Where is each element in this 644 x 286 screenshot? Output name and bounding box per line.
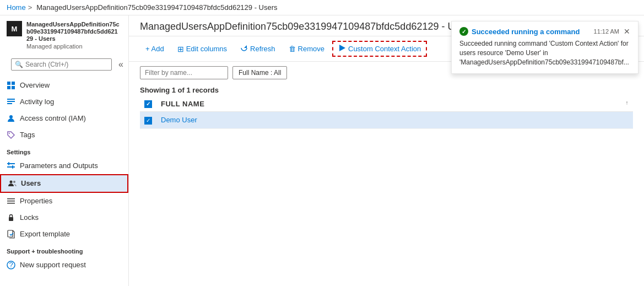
- filter-input[interactable]: [140, 66, 228, 79]
- toast-title: ✓ Succeeded running a command: [459, 27, 580, 36]
- search-input[interactable]: [25, 61, 108, 68]
- parameters-icon: [7, 161, 15, 170]
- svg-point-13: [10, 180, 13, 183]
- resource-title: ManagedUsersAppDefinition75cb09e33199471…: [26, 21, 120, 43]
- access-control-icon: [7, 114, 15, 123]
- resource-logo-block: M ManagedUsersAppDefinition75cb09e331994…: [0, 15, 128, 52]
- svg-rect-5: [7, 101, 15, 102]
- new-support-label: New support request: [20, 261, 86, 269]
- new-support-icon: ?: [7, 261, 15, 269]
- svg-rect-15: [7, 198, 15, 199]
- table-area: ✓ FULL NAME ↑ ✓: [129, 96, 644, 286]
- svg-rect-0: [7, 82, 10, 85]
- breadcrumb-separator: >: [28, 3, 33, 12]
- toast-time: 11:12 AM: [594, 28, 619, 35]
- toast-close-button[interactable]: ✕: [624, 27, 630, 36]
- svg-text:?: ?: [9, 261, 13, 269]
- svg-rect-11: [7, 166, 15, 168]
- edit-columns-icon: ⊞: [177, 45, 184, 53]
- edit-columns-button[interactable]: ⊞ Edit columns: [172, 42, 232, 56]
- svg-point-7: [9, 115, 13, 118]
- sidebar-item-new-support[interactable]: ? New support request: [0, 257, 128, 273]
- remove-icon: 🗑: [289, 45, 296, 53]
- main-content: ManagedUsersAppDefinition75cb09e33199471…: [129, 15, 644, 286]
- locks-label: Locks: [20, 213, 39, 222]
- custom-context-action-button[interactable]: Custom Context Action: [332, 41, 427, 57]
- svg-rect-16: [7, 201, 15, 202]
- svg-rect-2: [7, 86, 10, 89]
- search-icon: 🔍: [15, 61, 23, 68]
- table-row[interactable]: ✓ Demo User: [140, 112, 633, 129]
- svg-rect-1: [12, 82, 15, 85]
- sidebar-item-locks[interactable]: Locks: [0, 209, 128, 226]
- activity-log-icon: [7, 98, 15, 106]
- sidebar-item-properties[interactable]: Properties: [0, 193, 128, 209]
- success-icon: ✓: [459, 27, 468, 36]
- users-table: ✓ FULL NAME ↑ ✓: [140, 96, 633, 129]
- svg-rect-17: [7, 203, 15, 204]
- resource-logo-icon: M: [7, 21, 22, 36]
- breadcrumb: Home > ManagedUsersAppDefinition75cb09e3…: [0, 0, 644, 15]
- settings-section-label: Settings: [0, 143, 128, 158]
- add-button[interactable]: + Add: [140, 42, 170, 56]
- properties-icon: [7, 197, 15, 206]
- svg-rect-4: [7, 99, 15, 100]
- full-name-filter[interactable]: Full Name : All: [232, 66, 287, 79]
- sidebar-item-activity-log[interactable]: Activity log: [0, 94, 128, 110]
- breadcrumb-current: ManagedUsersAppDefinition75cb09e33199471…: [36, 3, 277, 12]
- remove-button[interactable]: 🗑 Remove: [283, 42, 330, 56]
- table-header-full-name: FULL NAME ↑: [156, 96, 633, 112]
- users-icon: [8, 179, 17, 188]
- breadcrumb-home[interactable]: Home: [7, 3, 26, 12]
- tags-label: Tags: [20, 131, 35, 139]
- svg-rect-19: [8, 230, 13, 237]
- svg-rect-18: [9, 217, 13, 221]
- sort-icon[interactable]: ↑: [626, 100, 629, 106]
- sidebar: M ManagedUsersAppDefinition75cb09e331994…: [0, 15, 129, 286]
- svg-rect-6: [7, 103, 12, 104]
- sidebar-search[interactable]: 🔍: [11, 58, 112, 71]
- parameters-label: Parameters and Outputs: [20, 161, 98, 170]
- table-header-checkbox[interactable]: ✓: [140, 96, 156, 112]
- support-section-label: Support + troubleshooting: [0, 242, 128, 257]
- overview-icon: [7, 81, 15, 90]
- resource-subtitle: Managed application: [26, 43, 120, 50]
- toast-notification: ✓ Succeeded running a command 11:12 AM ✕…: [451, 21, 638, 74]
- svg-rect-12: [12, 165, 13, 169]
- collapse-sidebar-button[interactable]: «: [118, 60, 123, 69]
- sidebar-item-tags[interactable]: Tags: [0, 127, 128, 143]
- svg-rect-3: [12, 86, 15, 89]
- svg-rect-10: [8, 162, 9, 165]
- export-template-label: Export template: [20, 230, 70, 238]
- row-checkbox-cell[interactable]: ✓: [140, 112, 156, 129]
- demo-user-link[interactable]: Demo User: [161, 116, 197, 124]
- resource-title-block: ManagedUsersAppDefinition75cb09e33199471…: [26, 21, 120, 50]
- header-checkbox[interactable]: ✓: [144, 100, 152, 108]
- sidebar-item-users[interactable]: Users: [0, 174, 128, 193]
- records-count: Showing 1 of 1 records: [129, 84, 644, 96]
- export-template-icon: [7, 230, 15, 239]
- row-checkbox[interactable]: ✓: [144, 117, 152, 125]
- tags-icon: [7, 131, 15, 139]
- users-label: Users: [21, 179, 41, 187]
- access-control-label: Access control (IAM): [20, 114, 86, 122]
- custom-context-action-icon: [338, 44, 346, 53]
- locks-icon: [7, 213, 15, 222]
- row-full-name-cell: Demo User: [156, 112, 633, 129]
- refresh-button[interactable]: Refresh: [235, 41, 281, 56]
- overview-label: Overview: [20, 81, 50, 89]
- sidebar-item-parameters[interactable]: Parameters and Outputs: [0, 158, 128, 174]
- svg-point-14: [13, 181, 15, 183]
- properties-label: Properties: [20, 197, 52, 205]
- activity-log-label: Activity log: [20, 98, 54, 106]
- svg-point-8: [9, 133, 10, 134]
- refresh-icon: [240, 44, 248, 53]
- svg-marker-22: [339, 45, 345, 51]
- sidebar-item-access-control[interactable]: Access control (IAM): [0, 110, 128, 127]
- toast-header: ✓ Succeeded running a command 11:12 AM ✕: [459, 27, 630, 36]
- toast-body: Succeeded running command 'Custom Contex…: [459, 39, 630, 67]
- sidebar-item-overview[interactable]: Overview: [0, 77, 128, 94]
- sidebar-item-export-template[interactable]: Export template: [0, 226, 128, 242]
